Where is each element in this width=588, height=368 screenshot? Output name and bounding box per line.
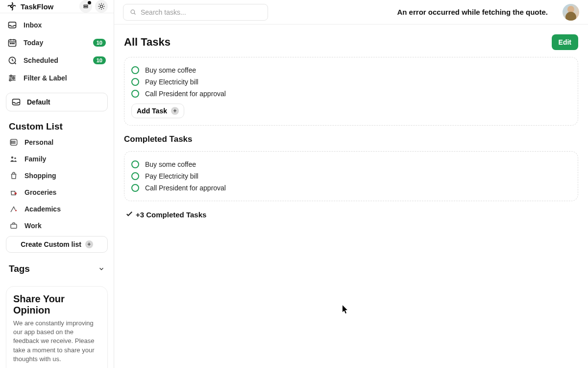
- brand: TaskFlow: [7, 1, 53, 11]
- search-input[interactable]: [141, 8, 262, 16]
- list-label: Academics: [24, 205, 61, 213]
- task-row[interactable]: Call President for approval: [131, 182, 571, 194]
- create-list-label: Create Custom list: [21, 240, 81, 248]
- page-title: All Tasks: [124, 36, 171, 49]
- svg-rect-1: [84, 7, 88, 8]
- task-checkbox[interactable]: [131, 90, 139, 98]
- active-tasks-card: Buy some coffee Pay Electricity bill Cal…: [124, 57, 578, 126]
- sidebar: TaskFlow Inbox: [0, 0, 114, 368]
- create-custom-list-button[interactable]: Create Custom list +: [6, 236, 108, 253]
- tags-title: Tags: [9, 263, 30, 274]
- sidebar-item-scheduled[interactable]: Scheduled 10: [6, 52, 108, 69]
- svg-point-36: [15, 192, 17, 195]
- task-checkbox[interactable]: [131, 66, 139, 74]
- task-checkbox[interactable]: [131, 78, 139, 86]
- svg-point-23: [13, 77, 14, 79]
- list-item-shopping[interactable]: Shopping: [0, 167, 114, 184]
- completed-tasks-title: Completed Tasks: [124, 134, 578, 144]
- custom-lists: Personal Family Shopping Groceries Acade…: [0, 134, 114, 234]
- list-label: Family: [24, 155, 46, 163]
- header-actions: [79, 0, 108, 13]
- task-title: Pay Electricity bill: [145, 172, 198, 180]
- completed-summary[interactable]: +3 Completed Tasks: [124, 210, 578, 219]
- count-badge: 10: [93, 56, 106, 64]
- feedback-title: Share Your Opinion: [13, 293, 100, 316]
- calendar-icon: [7, 38, 18, 48]
- add-task-button[interactable]: Add Task +: [131, 104, 184, 118]
- theme-toggle-button[interactable]: [95, 0, 108, 13]
- feedback-body: We are constantly improving our app base…: [13, 319, 100, 364]
- list-item-work[interactable]: Work: [0, 217, 114, 234]
- main: An error occurred while fetching the quo…: [114, 0, 588, 368]
- list-label: Personal: [24, 138, 53, 146]
- check-icon: [125, 210, 134, 219]
- task-title: Call President for approval: [145, 90, 226, 98]
- svg-point-2: [100, 5, 102, 7]
- task-title: Buy some coffee: [145, 66, 196, 74]
- task-row[interactable]: Pay Electricity bill: [131, 170, 571, 182]
- add-task-label: Add Task: [137, 107, 167, 115]
- svg-point-35: [14, 158, 16, 159]
- search-icon: [129, 8, 137, 16]
- task-checkbox[interactable]: [131, 160, 139, 168]
- avatar[interactable]: [563, 4, 579, 21]
- list-icon: [9, 138, 19, 147]
- plus-icon: +: [171, 107, 179, 115]
- notifications-button[interactable]: [79, 0, 92, 13]
- task-row[interactable]: Pay Electricity bill: [131, 76, 571, 88]
- list-item-academics[interactable]: Academics: [0, 201, 114, 217]
- task-row[interactable]: Buy some coffee: [131, 158, 571, 170]
- task-title: Pay Electricity bill: [145, 78, 198, 86]
- task-checkbox[interactable]: [131, 172, 139, 180]
- academics-icon: [9, 205, 19, 213]
- list-item-personal[interactable]: Personal: [0, 134, 114, 151]
- plus-icon: +: [85, 240, 93, 248]
- nav-label: Filter & Label: [24, 74, 67, 82]
- list-item-groceries[interactable]: Groceries: [0, 184, 114, 201]
- svg-point-25: [9, 79, 11, 81]
- default-label: Default: [27, 98, 50, 106]
- svg-point-37: [15, 210, 17, 211]
- tags-section-toggle[interactable]: Tags: [0, 260, 114, 278]
- search-wrapper: [123, 4, 268, 21]
- notification-dot: [88, 1, 91, 4]
- sidebar-item-filter-label[interactable]: Filter & Label: [6, 69, 108, 87]
- svg-line-8: [103, 8, 104, 9]
- quote-error-text: An error occurred while fetching the quo…: [397, 8, 548, 16]
- chevron-down-icon: [98, 265, 105, 272]
- svg-point-32: [11, 142, 12, 142]
- logo-icon: [7, 1, 17, 11]
- groceries-icon: [9, 188, 19, 197]
- task-checkbox[interactable]: [131, 184, 139, 192]
- clock-icon: [7, 55, 18, 65]
- svg-rect-38: [11, 224, 17, 228]
- sidebar-item-today[interactable]: Today 10: [6, 34, 108, 52]
- svg-point-17: [12, 43, 13, 44]
- svg-line-10: [103, 4, 104, 4]
- svg-line-9: [99, 8, 99, 9]
- briefcase-icon: [9, 221, 19, 230]
- feedback-card: Share Your Opinion We are constantly imp…: [6, 286, 108, 368]
- completed-tasks-card: Buy some coffee Pay Electricity bill Cal…: [124, 151, 578, 201]
- task-title: Buy some coffee: [145, 160, 196, 168]
- svg-line-40: [134, 13, 136, 15]
- nav-label: Inbox: [24, 21, 42, 29]
- completed-summary-text: +3 Completed Tasks: [136, 210, 206, 219]
- svg-point-33: [11, 143, 12, 144]
- sidebar-item-default[interactable]: Default: [6, 93, 108, 111]
- inbox-icon: [7, 20, 18, 30]
- svg-point-18: [14, 43, 15, 44]
- content: All Tasks Edit Buy some coffee Pay Elect…: [114, 25, 588, 219]
- svg-line-7: [99, 4, 99, 4]
- nav-label: Scheduled: [24, 56, 58, 64]
- list-item-family[interactable]: Family: [0, 151, 114, 167]
- sidebar-item-inbox[interactable]: Inbox: [6, 16, 108, 34]
- task-row[interactable]: Buy some coffee: [131, 64, 571, 76]
- sidebar-header: TaskFlow: [0, 0, 114, 13]
- edit-button[interactable]: Edit: [552, 34, 578, 50]
- task-row[interactable]: Call President for approval: [131, 88, 571, 100]
- brand-name: TaskFlow: [21, 2, 53, 11]
- sliders-icon: [7, 73, 18, 83]
- svg-point-39: [131, 10, 135, 14]
- svg-point-31: [11, 141, 12, 141]
